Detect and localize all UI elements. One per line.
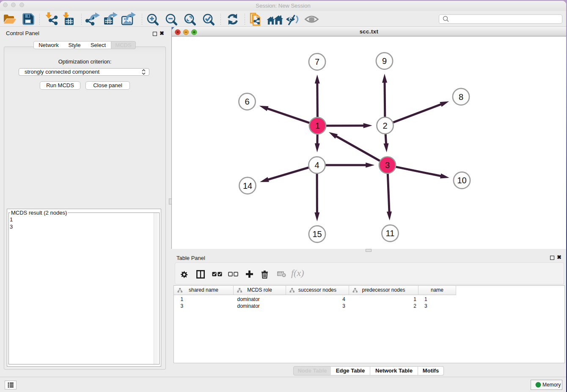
svg-text:8: 8 bbox=[459, 92, 463, 102]
svg-text:4: 4 bbox=[314, 160, 319, 170]
svg-text:2: 2 bbox=[383, 121, 387, 130]
svg-text:9: 9 bbox=[382, 56, 387, 66]
svg-text:3: 3 bbox=[385, 160, 390, 170]
svg-text:1: 1 bbox=[315, 121, 320, 130]
svg-text:7: 7 bbox=[315, 57, 319, 66]
svg-text:6: 6 bbox=[245, 97, 249, 106]
svg-text:10: 10 bbox=[457, 176, 466, 185]
svg-text:14: 14 bbox=[243, 181, 252, 190]
svg-text:15: 15 bbox=[312, 229, 322, 239]
svg-text:11: 11 bbox=[386, 229, 395, 238]
